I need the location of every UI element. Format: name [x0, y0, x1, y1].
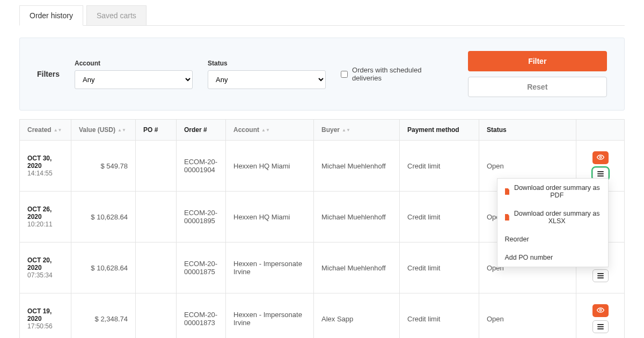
- sort-icon: ▲▼: [261, 129, 270, 131]
- cell-account: Hexxen - Impersonate Irvine: [226, 243, 314, 293]
- menu-icon: [597, 171, 604, 177]
- cell-po: [136, 293, 177, 339]
- col-created[interactable]: Created▲▼: [20, 120, 71, 141]
- cell-created: OCT 20, 202007:35:34: [20, 243, 71, 293]
- file-pdf-icon: [505, 188, 510, 195]
- filters-actions: Filter Reset: [468, 51, 608, 97]
- tab-saved-carts[interactable]: Saved carts: [86, 5, 147, 25]
- menu-icon: [597, 324, 604, 329]
- filter-scheduled-checkbox[interactable]: [341, 71, 348, 78]
- tabs: Order history Saved carts: [19, 5, 625, 26]
- dropdown-reorder[interactable]: Reorder: [497, 230, 608, 248]
- view-button[interactable]: [592, 151, 609, 164]
- filter-scheduled[interactable]: Orders with scheduled deliveries: [341, 66, 452, 82]
- cell-value: $ 2,348.74: [71, 293, 136, 339]
- dropdown-download-pdf[interactable]: Download order summary as PDF: [497, 179, 608, 204]
- cell-order: ECOM-20-00001895: [177, 192, 226, 243]
- orders-table: Created▲▼ Value (USD)▲▼ PO # Order # Acc…: [19, 119, 625, 338]
- filters-panel: Filters Account Any Status Any Orders wi…: [19, 38, 625, 111]
- dropdown-add-po[interactable]: Add PO number: [497, 248, 608, 267]
- view-button[interactable]: [592, 304, 609, 317]
- col-payment: Payment method: [400, 120, 479, 141]
- menu-icon: [597, 273, 604, 278]
- cell-order: ECOM-20-00001904: [177, 141, 226, 192]
- filter-account-label: Account: [75, 60, 193, 67]
- cell-account: Hexxen HQ Miami: [226, 141, 314, 192]
- filter-button[interactable]: Filter: [468, 51, 608, 71]
- cell-buyer: Alex Sapp: [314, 293, 400, 339]
- cell-account: Hexxen HQ Miami: [226, 192, 314, 243]
- cell-po: [136, 243, 177, 293]
- cell-payment: Credit limit: [400, 293, 479, 339]
- filter-account-select[interactable]: Any: [75, 70, 193, 89]
- cell-buyer: Michael Muehlenhoff: [314, 243, 400, 293]
- svg-point-0: [599, 156, 602, 158]
- cell-value: $ 10,628.64: [71, 243, 136, 293]
- eye-icon: [597, 153, 604, 163]
- cell-created: OCT 26, 202010:20:11: [20, 192, 71, 243]
- col-order: Order #: [177, 120, 226, 141]
- sort-icon: ▲▼: [54, 129, 62, 131]
- sort-icon: ▲▼: [342, 129, 350, 131]
- cell-account: Hexxen - Impersonate Irvine: [226, 293, 314, 339]
- filter-scheduled-label: Orders with scheduled deliveries: [352, 66, 452, 82]
- cell-po: [136, 192, 177, 243]
- col-account[interactable]: Account▲▼: [226, 120, 314, 141]
- cell-order: ECOM-20-00001873: [177, 293, 226, 339]
- cell-created: OCT 19, 202017:50:56: [20, 293, 71, 339]
- cell-value: $ 549.78: [71, 141, 136, 192]
- cell-payment: Credit limit: [400, 192, 479, 243]
- dropdown-download-xlsx[interactable]: Download order summary as XLSX: [497, 204, 608, 230]
- row-menu-button[interactable]: [592, 320, 609, 333]
- cell-created: OCT 30, 202014:14:55: [20, 141, 71, 192]
- cell-status: Open: [479, 293, 576, 339]
- filter-status-label: Status: [208, 60, 326, 67]
- filter-status-select[interactable]: Any: [208, 70, 326, 89]
- filter-status: Status Any: [208, 60, 326, 89]
- sort-icon: ▲▼: [118, 129, 126, 131]
- row-actions: [592, 304, 609, 333]
- filters-title: Filters: [37, 70, 60, 78]
- col-buyer[interactable]: Buyer▲▼: [314, 120, 400, 141]
- cell-buyer: Michael Muehlenhoff: [314, 141, 400, 192]
- table-row: OCT 30, 202014:14:55 $ 549.78 ECOM-20-00…: [20, 141, 625, 192]
- table-row: OCT 19, 202017:50:56 $ 2,348.74 ECOM-20-…: [20, 293, 625, 339]
- cell-actions: [576, 293, 625, 339]
- cell-payment: Credit limit: [400, 141, 479, 192]
- cell-payment: Credit limit: [400, 243, 479, 293]
- row-dropdown: Download order summary as PDF Download o…: [497, 178, 609, 267]
- cell-po: [136, 141, 177, 192]
- reset-button[interactable]: Reset: [468, 77, 608, 97]
- cell-order: ECOM-20-00001875: [177, 243, 226, 293]
- filter-account: Account Any: [75, 60, 193, 89]
- eye-icon: [597, 306, 604, 315]
- row-actions: Download order summary as PDF Download o…: [592, 151, 609, 180]
- row-menu-button[interactable]: [592, 269, 609, 282]
- cell-actions: Download order summary as PDF Download o…: [576, 141, 625, 192]
- cell-buyer: Michael Muehlenhoff: [314, 192, 400, 243]
- file-xlsx-icon: [505, 214, 509, 221]
- col-value[interactable]: Value (USD)▲▼: [71, 120, 136, 141]
- cell-value: $ 10,628.64: [71, 192, 136, 243]
- svg-point-3: [599, 309, 602, 311]
- col-status: Status: [479, 120, 576, 141]
- col-po: PO #: [136, 120, 177, 141]
- tab-order-history[interactable]: Order history: [19, 5, 83, 26]
- col-actions: [576, 120, 625, 141]
